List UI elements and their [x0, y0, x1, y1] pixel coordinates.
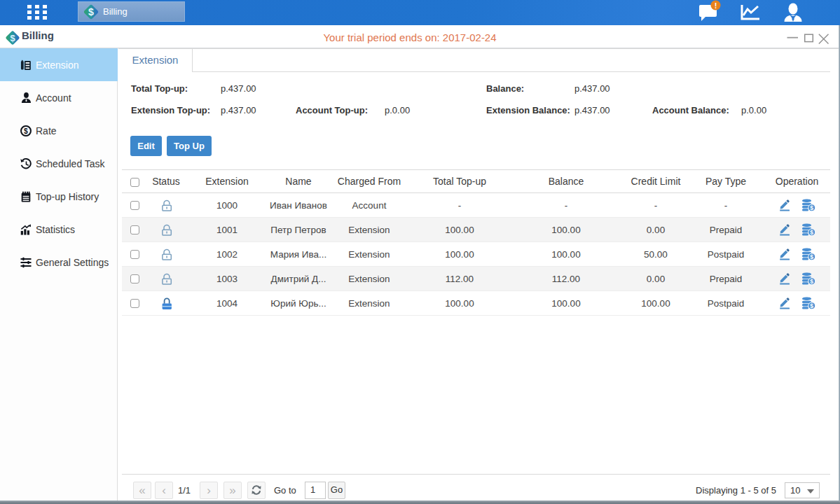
- svg-text:!: !: [715, 1, 717, 10]
- svg-text:$: $: [810, 278, 813, 285]
- svg-text:$: $: [88, 6, 94, 17]
- svg-text:$: $: [810, 253, 813, 260]
- svg-text:$: $: [24, 127, 28, 134]
- svg-text:$: $: [810, 302, 813, 309]
- svg-text:$: $: [10, 33, 15, 43]
- svg-text:$: $: [810, 204, 813, 211]
- svg-text:$: $: [810, 229, 813, 236]
